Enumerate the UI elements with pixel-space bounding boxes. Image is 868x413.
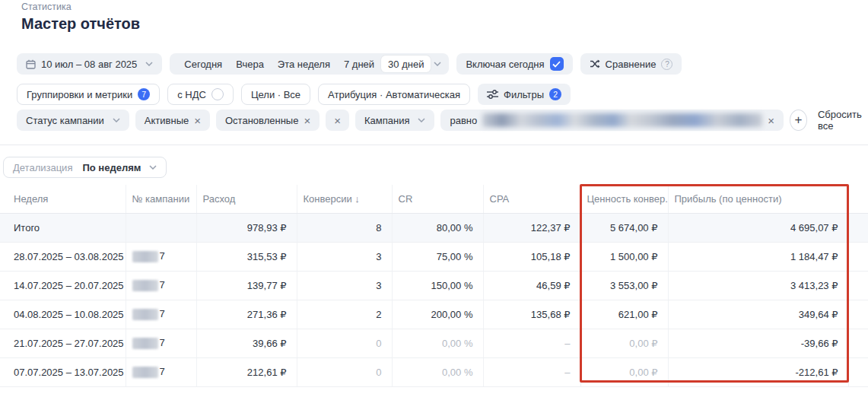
breadcrumb[interactable]: Статистика bbox=[21, 2, 72, 12]
campaign-cell: 7 bbox=[126, 271, 196, 300]
detail-level-selector[interactable]: Детализация По неделям bbox=[3, 157, 167, 178]
week-cell: 04.08.2025 – 10.08.2025 bbox=[0, 300, 126, 329]
profit-cell: 4 695,07 ₽ bbox=[668, 213, 848, 242]
campaign-condition-chip[interactable]: равно × bbox=[440, 110, 784, 131]
column-header[interactable]: № кампании bbox=[126, 185, 196, 213]
cr-cell: 0,00 % bbox=[392, 357, 483, 386]
date-filter-row: 10 июл – 08 авг 2025 Сегодня Вчера Эта н… bbox=[17, 53, 682, 75]
date-range-selector[interactable]: 10 июл – 08 авг 2025 bbox=[17, 53, 162, 75]
chevron-down-icon bbox=[434, 62, 441, 66]
quick-range-today[interactable]: Сегодня bbox=[177, 53, 229, 75]
filters-label: Фильтры bbox=[504, 89, 544, 100]
quick-range-yesterday[interactable]: Вчера bbox=[229, 53, 271, 75]
detail-value: По неделям bbox=[82, 162, 141, 173]
filters-count-badge: 2 bbox=[549, 88, 561, 100]
conversion-value-cell: 5 674,00 ₽ bbox=[580, 213, 668, 242]
cost-cell: 315,53 ₽ bbox=[196, 242, 297, 271]
page-title: Мастер отчётов bbox=[21, 15, 140, 33]
cpa-cell: 46,59 ₽ bbox=[483, 271, 580, 300]
vat-label: с НДС bbox=[177, 89, 206, 100]
cost-cell: 39,66 ₽ bbox=[196, 329, 297, 357]
conversion-value-cell: 0,00 ₽ bbox=[580, 329, 668, 357]
conversion-value-cell: 3 553,00 ₽ bbox=[580, 271, 668, 300]
groupings-metrics-button[interactable]: Группировки и метрики 7 bbox=[17, 84, 160, 105]
conversions-cell: 8 bbox=[297, 213, 392, 242]
column-header[interactable]: CR bbox=[392, 185, 483, 213]
campaign-cell: 7 bbox=[126, 329, 196, 357]
cost-cell: 212,61 ₽ bbox=[196, 357, 297, 386]
cost-cell: 978,93 ₽ bbox=[196, 213, 297, 242]
column-header[interactable]: Конверсии ↓ bbox=[297, 185, 392, 213]
include-today-label: Включая сегодня bbox=[466, 59, 544, 70]
vat-toggle[interactable]: с НДС bbox=[167, 84, 234, 105]
help-icon[interactable]: ? bbox=[661, 59, 672, 70]
remove-icon[interactable]: × bbox=[194, 115, 201, 126]
table-header-row: Неделя№ кампанииРасходКонверсии ↓CRCPAЦе… bbox=[0, 185, 868, 213]
reset-all-button[interactable]: Сбросить все bbox=[818, 109, 868, 132]
profit-cell: -212,61 ₽ bbox=[668, 357, 848, 386]
quick-range-7-days[interactable]: 7 дней bbox=[337, 53, 381, 75]
compare-button[interactable]: Сравнение ? bbox=[580, 53, 682, 75]
campaign-status-label: Статус кампании bbox=[26, 115, 104, 126]
chevron-down-icon bbox=[145, 62, 153, 66]
cr-cell: 150,00 % bbox=[392, 271, 483, 300]
campaign-filter-label: Кампания bbox=[364, 115, 410, 126]
profit-cell: -39,66 ₽ bbox=[668, 329, 848, 357]
checkbox-checked-icon[interactable] bbox=[550, 57, 564, 71]
remove-filter-chip[interactable]: × bbox=[326, 110, 349, 131]
quick-range-group: Сегодня Вчера Эта неделя 7 дней 30 дней bbox=[170, 53, 449, 75]
condition-label: равно bbox=[450, 115, 477, 126]
table-row: 28.07.2025 – 03.08.20257315,53 ₽375,00 %… bbox=[0, 242, 868, 271]
column-header[interactable]: Неделя bbox=[0, 185, 126, 213]
conversion-value-cell: 1 500,00 ₽ bbox=[580, 242, 668, 271]
report-table-container: Неделя№ кампанииРасходКонверсии ↓CRCPAЦе… bbox=[0, 185, 868, 387]
redacted-campaign-id bbox=[132, 309, 158, 320]
add-filter-button[interactable]: + bbox=[790, 110, 807, 131]
remove-icon[interactable]: × bbox=[768, 115, 774, 126]
filters-button[interactable]: Фильтры 2 bbox=[478, 84, 571, 105]
column-header[interactable]: CPA bbox=[483, 185, 580, 213]
close-icon: × bbox=[334, 115, 341, 126]
redacted-campaign-value bbox=[482, 113, 762, 127]
week-cell: 21.07.2025 – 27.07.2025 bbox=[0, 329, 126, 357]
include-today-toggle[interactable]: Включая сегодня bbox=[456, 53, 572, 75]
attribution-button[interactable]: Атрибуция · Автоматическая bbox=[318, 84, 470, 105]
conversions-cell: 0 bbox=[297, 329, 392, 357]
quick-range-30-days[interactable]: 30 дней bbox=[381, 56, 431, 72]
week-cell: Итого bbox=[0, 213, 126, 242]
column-header[interactable]: Прибыль (по ценности) bbox=[668, 185, 848, 213]
cpa-cell: – bbox=[483, 357, 580, 386]
column-header-filler bbox=[848, 185, 868, 213]
status-chip-label: Активные bbox=[145, 115, 189, 126]
filler-cell bbox=[848, 300, 868, 329]
remove-icon[interactable]: × bbox=[304, 115, 310, 126]
quick-range-this-week[interactable]: Эта неделя bbox=[271, 53, 337, 75]
date-range-label: 10 июл – 08 авг 2025 bbox=[41, 59, 137, 70]
report-table: Неделя№ кампанииРасходКонверсии ↓CRCPAЦе… bbox=[0, 185, 868, 387]
metrics-filter-row: Группировки и метрики 7 с НДС Цели · Все… bbox=[17, 84, 571, 105]
column-header[interactable]: Ценность конвер... bbox=[580, 185, 668, 213]
section-divider bbox=[0, 145, 868, 145]
column-header[interactable]: Расход bbox=[196, 185, 297, 213]
campaign-cell bbox=[126, 213, 196, 242]
conversions-cell: 3 bbox=[297, 242, 392, 271]
filler-cell bbox=[848, 357, 868, 386]
goals-button[interactable]: Цели · Все bbox=[241, 84, 310, 105]
cost-cell: 139,77 ₽ bbox=[196, 271, 297, 300]
redacted-campaign-id bbox=[132, 280, 158, 291]
calendar-icon bbox=[26, 59, 36, 69]
campaign-filter[interactable]: Кампания bbox=[355, 110, 435, 131]
checkbox-unchecked-icon[interactable] bbox=[211, 88, 224, 100]
report-table-body: Итого978,93 ₽880,00 %122,37 ₽5 674,00 ₽4… bbox=[0, 213, 868, 386]
cpa-cell: 122,37 ₽ bbox=[483, 213, 580, 242]
campaign-status-filter[interactable]: Статус кампании bbox=[17, 110, 129, 131]
cr-cell: 0,00 % bbox=[392, 329, 483, 357]
cr-cell: 80,00 % bbox=[392, 213, 483, 242]
filler-cell bbox=[848, 213, 868, 242]
redacted-campaign-id bbox=[132, 338, 158, 349]
redacted-campaign-id bbox=[132, 251, 158, 262]
status-chip-active[interactable]: Активные × bbox=[135, 110, 210, 131]
compare-shuffle-icon bbox=[590, 59, 600, 68]
status-chip-stopped[interactable]: Остановленные × bbox=[216, 110, 320, 131]
profit-cell: 349,64 ₽ bbox=[668, 300, 848, 329]
